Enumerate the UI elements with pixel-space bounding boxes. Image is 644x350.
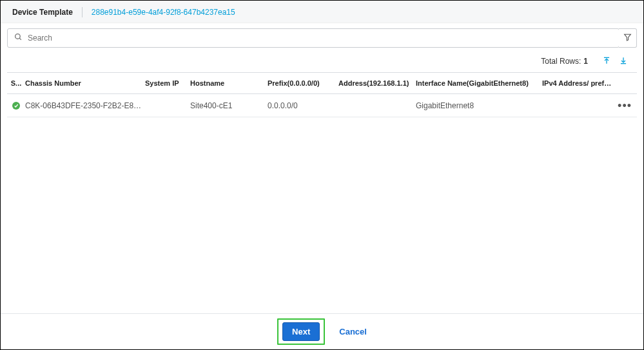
total-rows-label: Total Rows: (541, 57, 581, 66)
download-icon (619, 56, 628, 67)
cell-prefix: 0.0.0.0/0 (268, 101, 338, 110)
col-header-address[interactable]: Address(192.168.1.1) (338, 79, 416, 87)
search-box[interactable] (7, 28, 620, 48)
filter-button[interactable] (619, 28, 637, 48)
search-input[interactable] (28, 34, 612, 43)
table-row[interactable]: C8K-06B43DFE-2350-F2B2-E8E2-F80... Site4… (7, 94, 637, 117)
page-header: Device Template 288e91b4-e59e-4af4-92f8-… (1, 1, 643, 23)
cell-status (7, 102, 23, 110)
divider (82, 7, 83, 17)
col-header-hostname[interactable]: Hostname (190, 79, 268, 87)
col-header-interface-name[interactable]: Interface Name(GigabitEthernet8) (416, 79, 542, 87)
col-header-system-ip[interactable]: System IP (145, 79, 190, 87)
cell-actions: ••• (613, 104, 637, 107)
more-actions-button[interactable]: ••• (618, 104, 632, 107)
cell-interface-name: GigabitEthernet8 (416, 101, 542, 110)
download-button[interactable] (616, 54, 630, 68)
search-row (1, 23, 643, 50)
template-id-link[interactable]: 288e91b4-e59e-4af4-92f8-647b4237ea15 (92, 8, 235, 17)
next-highlight: Next (277, 318, 325, 345)
svg-point-0 (15, 34, 21, 39)
col-header-status[interactable]: S... (7, 79, 23, 87)
cell-chassis: C8K-06B43DFE-2350-F2B2-E8E2-F80... (23, 101, 145, 110)
device-template-label: Device Template (12, 8, 73, 17)
table: S... Chassis Number System IP Hostname P… (1, 72, 643, 117)
more-icon: ••• (618, 99, 632, 112)
cell-hostname: Site400-cE1 (190, 101, 268, 110)
table-info-row: Total Rows: 1 (1, 50, 643, 72)
next-button[interactable]: Next (282, 322, 320, 341)
cancel-button[interactable]: Cancel (339, 327, 367, 336)
footer-bar: Next Cancel (1, 313, 643, 349)
upload-icon (602, 56, 611, 67)
filter-icon (623, 33, 632, 43)
status-success-icon (12, 102, 20, 110)
svg-line-1 (19, 38, 21, 40)
table-header-row: S... Chassis Number System IP Hostname P… (7, 72, 637, 94)
svg-marker-2 (625, 34, 631, 41)
search-icon (14, 33, 23, 43)
total-rows-count: 1 (583, 57, 588, 66)
col-header-prefix[interactable]: Prefix(0.0.0.0/0) (268, 79, 338, 87)
upload-button[interactable] (600, 54, 614, 68)
col-header-chassis[interactable]: Chassis Number (23, 79, 145, 87)
col-header-ipv4[interactable]: IPv4 Address/ prefix-le (542, 79, 613, 87)
